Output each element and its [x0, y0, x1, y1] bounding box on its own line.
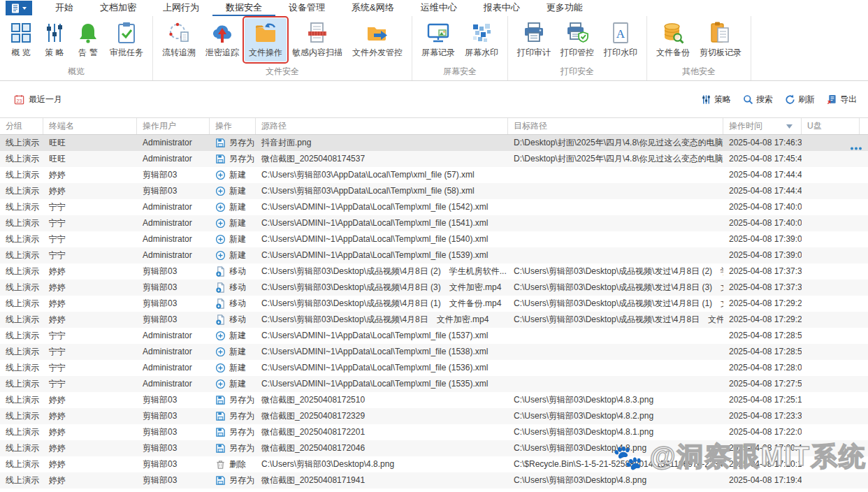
ribbon-button-print-watermark[interactable]: A打印水印	[600, 18, 642, 62]
new-icon	[215, 186, 226, 196]
cell-spacer	[860, 296, 868, 312]
ribbon-button-file-operations[interactable]: 文件操作	[245, 18, 287, 62]
cell-spacer	[860, 151, 868, 167]
cell-group: 线上演示	[0, 183, 43, 199]
ribbon-button-print-control[interactable]: 打印管控	[556, 18, 598, 62]
table-row[interactable]: 线上演示婷婷剪辑部03移动C:\Users\剪辑部03\Desktop\成品视频…	[0, 312, 868, 328]
table-row[interactable]: 线上演示宁宁Administrator新建C:\Users\ADMINI~1\A…	[0, 247, 868, 263]
table-body: 线上演示旺旺Administrator另存为抖音封面.pngD:\Desktop…	[0, 135, 868, 489]
ribbon-button-alert[interactable]: 告 警	[72, 18, 104, 62]
menu-tab-net-behavior[interactable]: 上网行为	[150, 0, 212, 15]
ribbon-group-items: 概 览策 略告 警审批任务	[0, 16, 152, 66]
cell-usb-drive	[802, 424, 860, 440]
cell-target-path: C:\Users\剪辑部03\Desktop\4.8.png	[508, 440, 723, 456]
table-row[interactable]: 线上演示婷婷剪辑部03移动C:\Users\剪辑部03\Desktop\成品视频…	[0, 263, 868, 280]
search-button[interactable]: 搜索	[743, 94, 773, 106]
export-button[interactable]: 导出	[827, 94, 857, 106]
column-header-operation[interactable]: 操作	[210, 118, 256, 134]
table-row[interactable]: 线上演示宁宁Administrator新建C:\Users\ADMINI~1\A…	[0, 376, 868, 392]
menu-tab-start[interactable]: 开始	[42, 0, 87, 15]
ribbon-button-leak-track[interactable]: 泄密追踪	[201, 18, 243, 62]
ribbon-group-other-security: 文件备份剪切板记录其他安全	[647, 16, 751, 80]
table-row[interactable]: 线上演示婷婷剪辑部03删除C:\Users\剪辑部03\Desktop\4.8.…	[0, 456, 868, 472]
table-row[interactable]: 线上演示婷婷剪辑部03移动C:\Users\剪辑部03\Desktop\成品视频…	[0, 296, 868, 312]
ribbon-button-clipboard-record[interactable]: 剪切板记录	[695, 18, 746, 62]
menu-tab-report-center[interactable]: 报表中心	[470, 0, 533, 15]
column-header-label: 目标路径	[514, 120, 547, 132]
column-header-operation-time[interactable]: 操作时间	[723, 118, 802, 134]
cell-spacer	[860, 344, 868, 360]
cell-operation: 另存为	[210, 135, 256, 151]
ribbon-button-print-audit[interactable]: 打印审计	[513, 18, 555, 62]
cell-operation-time: 2025-04-08 17:19:45	[723, 472, 802, 489]
policy-button[interactable]: 策略	[701, 94, 731, 106]
monitor-icon	[426, 21, 450, 45]
operation-label: 新建	[229, 215, 246, 231]
table-row[interactable]: 线上演示宁宁Administrator新建C:\Users\ADMINI~1\A…	[0, 231, 868, 247]
search-icon	[743, 94, 753, 105]
ribbon-button-screen-record[interactable]: 屏幕记录	[417, 18, 459, 62]
table-row[interactable]: 线上演示宁宁Administrator新建C:\Users\ADMINI~1\A…	[0, 215, 868, 231]
cell-usb-drive	[802, 215, 860, 231]
operation-label: 新建	[229, 199, 246, 215]
menu-tab-ops-center[interactable]: 运维中心	[407, 0, 470, 15]
table-row[interactable]: 线上演示婷婷剪辑部03另存为微信截图_20250408172329C:\User…	[0, 408, 868, 424]
ribbon-button-file-backup[interactable]: 文件备份	[652, 18, 694, 62]
cell-target-path	[508, 376, 723, 392]
column-header-source-path[interactable]: 源路径	[256, 118, 508, 134]
grid-icon	[9, 21, 33, 45]
saveas-icon	[215, 427, 226, 437]
table-row[interactable]: 线上演示婷婷剪辑部03新建C:\Users\剪辑部03\AppData\Loca…	[0, 167, 868, 183]
ribbon-button-flow-trace[interactable]: 流转追溯	[158, 18, 200, 62]
cell-operator: 剪辑部03	[137, 167, 210, 183]
column-header-group[interactable]: 分组	[0, 118, 43, 134]
table-row[interactable]: 线上演示宁宁Administrator新建C:\Users\ADMINI~1\A…	[0, 344, 868, 360]
cell-terminal-name: 婷婷	[43, 424, 137, 440]
ribbon-button-screen-watermark[interactable]: 屏幕水印	[461, 18, 502, 62]
column-header-operator[interactable]: 操作用户	[137, 118, 210, 134]
ribbon-button-file-outgoing-control[interactable]: 文件外发管控	[348, 18, 407, 62]
table-row[interactable]: 线上演示婷婷剪辑部03另存为微信截图_20250408172201C:\User…	[0, 424, 868, 440]
column-header-target-path[interactable]: 目标路径	[508, 118, 723, 134]
ribbon-button-approval-tasks[interactable]: 审批任务	[106, 18, 147, 62]
cell-usb-drive	[802, 392, 860, 408]
column-header-usb-drive[interactable]: U盘	[802, 118, 860, 134]
table-row[interactable]: 线上演示婷婷剪辑部03另存为微信截图_20250408172046C:\User…	[0, 440, 868, 456]
table-row[interactable]: 线上演示婷婷剪辑部03另存为微信截图_20250408171941C:\User…	[0, 472, 868, 489]
column-filter-caret[interactable]	[786, 124, 793, 129]
cell-usb-drive	[802, 344, 860, 360]
table-row[interactable]: 线上演示婷婷剪辑部03新建C:\Users\剪辑部03\AppData\Loca…	[0, 183, 868, 199]
new-icon	[215, 379, 226, 389]
cell-spacer	[860, 376, 868, 392]
cell-terminal-name: 婷婷	[43, 392, 137, 408]
date-range-filter[interactable]: 23 最近一月	[14, 94, 62, 106]
operation-label: 移动	[229, 296, 246, 312]
table-row[interactable]: 线上演示宁宁Administrator新建C:\Users\ADMINI~1\A…	[0, 360, 868, 376]
column-header-spacer[interactable]	[860, 118, 868, 134]
table-row[interactable]: 线上演示婷婷剪辑部03移动C:\Users\剪辑部03\Desktop\成品视频…	[0, 280, 868, 296]
table-row[interactable]: 线上演示宁宁Administrator新建C:\Users\ADMINI~1\A…	[0, 328, 868, 344]
table-row[interactable]: 线上演示宁宁Administrator新建C:\Users\ADMINI~1\A…	[0, 199, 868, 215]
cell-operation-time: 2025-04-08 17:22:04	[723, 424, 802, 440]
ribbon-button-overview[interactable]: 概 览	[5, 18, 37, 62]
cell-terminal-name: 宁宁	[43, 376, 137, 392]
table-row[interactable]: 线上演示旺旺Administrator另存为抖音封面.pngD:\Desktop…	[0, 135, 868, 151]
refresh-button[interactable]: 刷新	[785, 94, 815, 106]
cell-operator: 剪辑部03	[137, 424, 210, 440]
cell-operation-time: 2025-04-08 17:25:13	[723, 392, 802, 408]
app-menu-button[interactable]	[6, 1, 32, 15]
ribbon-button-sensitive-scan[interactable]: 敏感内容扫描	[288, 18, 347, 62]
menu-tab-system-network[interactable]: 系统&网络	[338, 0, 407, 15]
menu-tab-more-features[interactable]: 更多功能	[533, 0, 596, 15]
ribbon-button-policy[interactable]: 策 略	[38, 18, 71, 62]
sliders-sm-icon	[701, 94, 711, 105]
menu-tab-data-security[interactable]: 数据安全	[212, 0, 275, 16]
cell-operator: 剪辑部03	[137, 183, 210, 199]
operation-label: 新建	[229, 344, 246, 360]
ribbon-button-label: 审批任务	[110, 47, 143, 59]
table-row[interactable]: 线上演示婷婷剪辑部03另存为微信截图_20250408172510C:\User…	[0, 392, 868, 408]
menu-tab-device-mgmt[interactable]: 设备管理	[275, 0, 338, 15]
table-row[interactable]: 线上演示旺旺Administrator另存为微信截图_2025040817453…	[0, 151, 868, 167]
menu-tab-doc-encrypt[interactable]: 文档加密	[87, 0, 150, 15]
column-header-terminal-name[interactable]: 终端名	[43, 118, 137, 134]
